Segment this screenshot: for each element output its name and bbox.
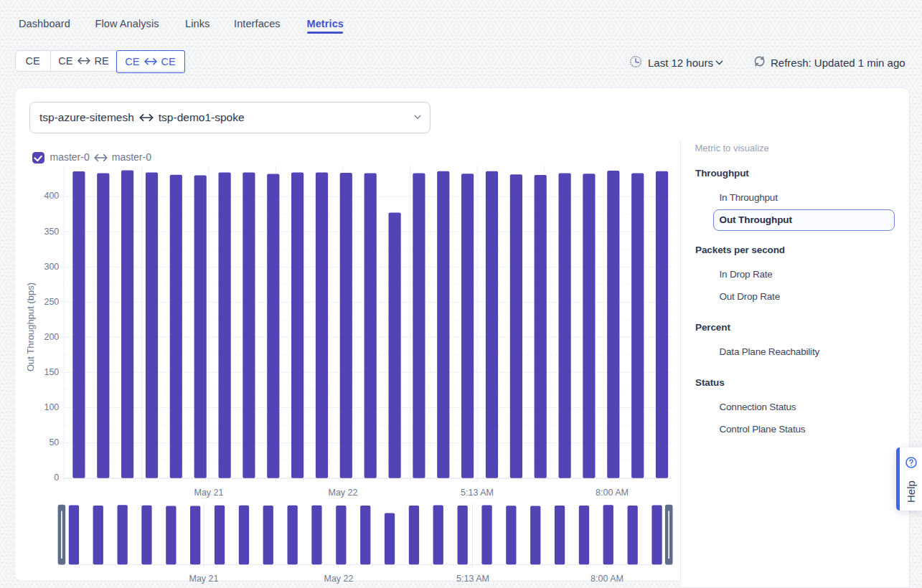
svg-text:5:13 AM: 5:13 AM bbox=[456, 574, 489, 584]
svg-text:400: 400 bbox=[44, 191, 59, 201]
svg-text:May 21: May 21 bbox=[194, 488, 224, 498]
svg-text:May 22: May 22 bbox=[329, 488, 358, 498]
svg-text:5:13 AM: 5:13 AM bbox=[461, 488, 494, 498]
svg-text:May 22: May 22 bbox=[324, 574, 354, 584]
svg-text:50: 50 bbox=[49, 437, 59, 447]
svg-text:May 21: May 21 bbox=[189, 574, 219, 584]
svg-text:300: 300 bbox=[44, 262, 59, 272]
svg-text:100: 100 bbox=[44, 402, 59, 412]
svg-text:200: 200 bbox=[44, 332, 59, 342]
svg-text:250: 250 bbox=[44, 297, 59, 307]
svg-text:8:00 AM: 8:00 AM bbox=[596, 488, 629, 498]
svg-text:0: 0 bbox=[54, 473, 59, 483]
svg-text:350: 350 bbox=[44, 227, 59, 237]
svg-text:8:00 AM: 8:00 AM bbox=[591, 574, 624, 584]
svg-text:Out Throughput (bps): Out Throughput (bps) bbox=[25, 283, 36, 371]
svg-text:150: 150 bbox=[44, 367, 59, 377]
